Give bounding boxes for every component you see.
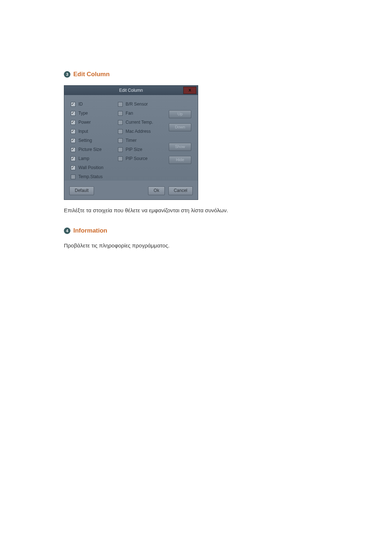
checkbox-icon	[118, 102, 123, 107]
checkbox-icon	[71, 111, 75, 116]
ok-button[interactable]: Ok	[148, 186, 164, 195]
section-heading-information: 4 Information	[64, 227, 325, 234]
option-picture-size[interactable]: Picture Size	[71, 147, 118, 152]
badge-4: 4	[64, 227, 70, 234]
option-timer[interactable]: Timer	[118, 138, 165, 143]
option-pip-source[interactable]: PIP Source	[118, 156, 165, 161]
option-label: Timer	[126, 138, 136, 143]
checkbox-icon	[118, 156, 123, 161]
option-fan[interactable]: Fan	[118, 111, 165, 116]
cancel-button[interactable]: Cancel	[168, 186, 193, 195]
option-label: ID	[78, 102, 83, 107]
option-label: PIP Source	[126, 156, 147, 161]
close-button[interactable]: x	[183, 87, 196, 94]
option-label: Input	[78, 129, 88, 134]
checkbox-icon	[71, 129, 75, 134]
checkbox-icon	[71, 138, 75, 143]
checkbox-icon	[71, 147, 75, 152]
down-button[interactable]: Down	[169, 123, 191, 131]
option-type[interactable]: Type	[71, 111, 118, 116]
option-label: Mac Address	[126, 129, 151, 134]
option-mac-address[interactable]: Mac Address	[118, 129, 165, 134]
dialog-footer: Default Ok Cancel	[64, 181, 198, 200]
option-power[interactable]: Power	[71, 120, 118, 125]
option-label: Lamp	[78, 156, 89, 161]
option-label: PIP Size	[126, 147, 142, 152]
checkbox-icon	[71, 102, 75, 107]
dialog-body: ID Type Power Input Setting	[64, 95, 198, 181]
column-left: ID Type Power Input Setting	[71, 102, 118, 179]
option-label: Wall Position	[78, 165, 103, 170]
checkbox-icon	[118, 147, 123, 152]
hide-button[interactable]: Hide	[169, 156, 191, 164]
checkbox-icon	[71, 175, 75, 179]
option-temp-status[interactable]: Temp.Status	[71, 174, 118, 179]
section-title-information: Information	[73, 227, 107, 234]
option-label: Type	[78, 111, 88, 116]
option-lamp[interactable]: Lamp	[71, 156, 118, 161]
checkbox-icon	[118, 120, 123, 125]
edit-column-dialog: Edit Column x ID Type Power	[64, 85, 198, 200]
option-id[interactable]: ID	[71, 102, 118, 107]
default-button[interactable]: Default	[69, 186, 94, 195]
section-title-edit-column: Edit Column	[73, 71, 110, 78]
column-mid: B/R Sensor Fan Current Temp. Mac Address…	[118, 102, 165, 179]
option-label: Fan	[126, 111, 133, 116]
option-input[interactable]: Input	[71, 129, 118, 134]
dialog-title: Edit Column	[119, 88, 143, 93]
section-heading-edit-column: 3 Edit Column	[64, 71, 325, 78]
up-button[interactable]: Up	[169, 110, 191, 118]
column-right: Up Down Show Hide	[165, 102, 195, 179]
caption-information: Προβάλετε τις πληροφορίες προγράμματος.	[64, 242, 325, 250]
option-wall-position[interactable]: Wall Position	[71, 165, 118, 170]
option-label: Setting	[78, 138, 92, 143]
checkbox-icon	[118, 138, 123, 143]
option-br-sensor[interactable]: B/R Sensor	[118, 102, 165, 107]
checkbox-icon	[118, 111, 123, 116]
badge-3: 3	[64, 71, 70, 78]
caption-edit-column: Επιλέξτε τα στοιχεία που θέλετε να εμφαν…	[64, 206, 325, 215]
dialog-titlebar: Edit Column x	[64, 86, 198, 95]
checkbox-icon	[71, 120, 75, 125]
option-label: Power	[78, 120, 91, 125]
option-current-temp[interactable]: Current Temp.	[118, 120, 165, 125]
option-pip-size[interactable]: PIP Size	[118, 147, 165, 152]
option-label: B/R Sensor	[126, 102, 148, 107]
option-label: Picture Size	[78, 147, 102, 152]
show-button[interactable]: Show	[169, 143, 191, 151]
option-setting[interactable]: Setting	[71, 138, 118, 143]
option-label: Temp.Status	[78, 174, 103, 179]
checkbox-icon	[118, 129, 123, 134]
option-label: Current Temp.	[126, 120, 153, 125]
checkbox-icon	[71, 156, 75, 161]
checkbox-icon	[71, 165, 75, 170]
